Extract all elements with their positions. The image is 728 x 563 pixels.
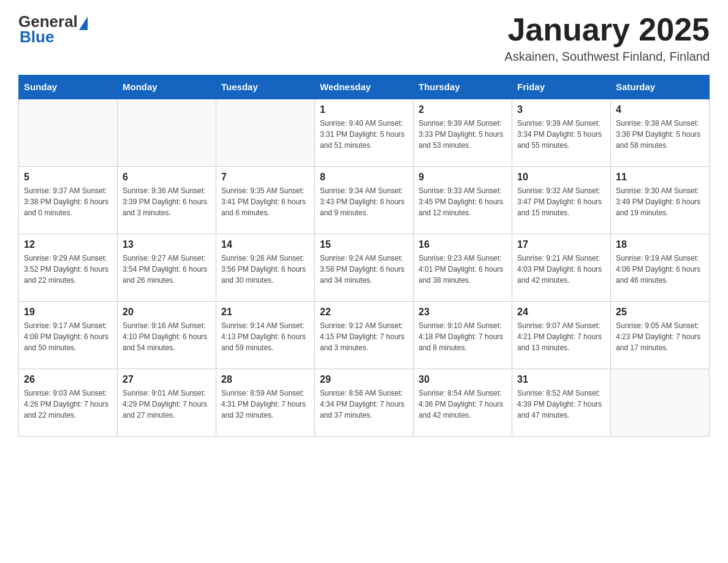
day-info: Sunrise: 9:40 AM Sunset: 3:31 PM Dayligh… xyxy=(320,118,408,151)
calendar-cell: 16Sunrise: 9:23 AM Sunset: 4:01 PM Dayli… xyxy=(414,234,512,301)
calendar-cell: 30Sunrise: 8:54 AM Sunset: 4:36 PM Dayli… xyxy=(414,369,512,436)
col-thursday: Thursday xyxy=(414,75,512,99)
calendar-cell: 26Sunrise: 9:03 AM Sunset: 4:26 PM Dayli… xyxy=(19,369,118,436)
day-info: Sunrise: 9:05 AM Sunset: 4:23 PM Dayligh… xyxy=(616,320,704,353)
day-info: Sunrise: 9:14 AM Sunset: 4:13 PM Dayligh… xyxy=(221,320,309,353)
calendar-cell: 7Sunrise: 9:35 AM Sunset: 3:41 PM Daylig… xyxy=(216,166,315,234)
day-info: Sunrise: 9:27 AM Sunset: 3:54 PM Dayligh… xyxy=(123,253,211,286)
day-info: Sunrise: 9:17 AM Sunset: 4:08 PM Dayligh… xyxy=(24,320,112,353)
calendar-cell: 3Sunrise: 9:39 AM Sunset: 3:34 PM Daylig… xyxy=(512,99,611,166)
day-info: Sunrise: 9:21 AM Sunset: 4:03 PM Dayligh… xyxy=(517,253,605,286)
col-friday: Friday xyxy=(512,75,611,99)
calendar-cell: 15Sunrise: 9:24 AM Sunset: 3:58 PM Dayli… xyxy=(315,234,414,301)
calendar-header: Sunday Monday Tuesday Wednesday Thursday… xyxy=(19,75,710,99)
logo-triangle-icon xyxy=(79,17,88,30)
day-info: Sunrise: 9:39 AM Sunset: 3:34 PM Dayligh… xyxy=(517,118,605,151)
day-number: 14 xyxy=(221,239,309,250)
day-number: 18 xyxy=(616,239,704,250)
calendar-cell: 28Sunrise: 8:59 AM Sunset: 4:31 PM Dayli… xyxy=(216,369,315,436)
page-header: General Blue January 2025 Askainen, Sout… xyxy=(18,12,710,64)
calendar-week-4: 19Sunrise: 9:17 AM Sunset: 4:08 PM Dayli… xyxy=(19,301,710,369)
day-number: 28 xyxy=(221,374,309,385)
col-monday: Monday xyxy=(118,75,216,99)
day-number: 8 xyxy=(320,172,408,183)
day-number: 17 xyxy=(517,239,605,250)
day-number: 4 xyxy=(616,104,704,115)
calendar-cell: 31Sunrise: 8:52 AM Sunset: 4:39 PM Dayli… xyxy=(512,369,611,436)
calendar-table: Sunday Monday Tuesday Wednesday Thursday… xyxy=(18,75,710,437)
calendar-cell: 24Sunrise: 9:07 AM Sunset: 4:21 PM Dayli… xyxy=(512,301,611,369)
day-info: Sunrise: 9:01 AM Sunset: 4:29 PM Dayligh… xyxy=(123,388,211,421)
day-number: 21 xyxy=(221,307,309,318)
calendar-cell xyxy=(216,99,315,166)
day-info: Sunrise: 9:34 AM Sunset: 3:43 PM Dayligh… xyxy=(320,185,408,218)
day-number: 12 xyxy=(24,239,112,250)
day-number: 20 xyxy=(123,307,211,318)
calendar-cell: 11Sunrise: 9:30 AM Sunset: 3:49 PM Dayli… xyxy=(611,166,710,234)
day-number: 13 xyxy=(123,239,211,250)
calendar-cell xyxy=(611,369,710,436)
day-number: 10 xyxy=(517,172,605,183)
day-number: 26 xyxy=(24,374,112,385)
calendar-week-2: 5Sunrise: 9:37 AM Sunset: 3:38 PM Daylig… xyxy=(19,166,710,234)
day-info: Sunrise: 9:19 AM Sunset: 4:06 PM Dayligh… xyxy=(616,253,704,286)
calendar-cell: 17Sunrise: 9:21 AM Sunset: 4:03 PM Dayli… xyxy=(512,234,611,301)
day-number: 23 xyxy=(419,307,507,318)
col-saturday: Saturday xyxy=(611,75,710,99)
calendar-cell: 2Sunrise: 9:39 AM Sunset: 3:33 PM Daylig… xyxy=(414,99,512,166)
day-number: 31 xyxy=(517,374,605,385)
page-title: January 2025 xyxy=(504,12,710,47)
calendar-cell: 14Sunrise: 9:26 AM Sunset: 3:56 PM Dayli… xyxy=(216,234,315,301)
day-number: 29 xyxy=(320,374,408,385)
day-info: Sunrise: 8:56 AM Sunset: 4:34 PM Dayligh… xyxy=(320,388,408,421)
day-number: 6 xyxy=(123,172,211,183)
logo-blue-text: Blue xyxy=(20,28,54,47)
day-info: Sunrise: 9:33 AM Sunset: 3:45 PM Dayligh… xyxy=(419,185,507,218)
day-info: Sunrise: 9:23 AM Sunset: 4:01 PM Dayligh… xyxy=(419,253,507,286)
day-info: Sunrise: 8:52 AM Sunset: 4:39 PM Dayligh… xyxy=(517,388,605,421)
day-info: Sunrise: 9:35 AM Sunset: 3:41 PM Dayligh… xyxy=(221,185,309,218)
day-number: 3 xyxy=(517,104,605,115)
calendar-week-5: 26Sunrise: 9:03 AM Sunset: 4:26 PM Dayli… xyxy=(19,369,710,436)
day-info: Sunrise: 9:07 AM Sunset: 4:21 PM Dayligh… xyxy=(517,320,605,353)
day-info: Sunrise: 9:38 AM Sunset: 3:36 PM Dayligh… xyxy=(616,118,704,151)
day-info: Sunrise: 9:10 AM Sunset: 4:18 PM Dayligh… xyxy=(419,320,507,353)
calendar-cell: 25Sunrise: 9:05 AM Sunset: 4:23 PM Dayli… xyxy=(611,301,710,369)
col-sunday: Sunday xyxy=(19,75,118,99)
calendar-cell: 9Sunrise: 9:33 AM Sunset: 3:45 PM Daylig… xyxy=(414,166,512,234)
calendar-cell: 13Sunrise: 9:27 AM Sunset: 3:54 PM Dayli… xyxy=(118,234,216,301)
calendar-cell: 18Sunrise: 9:19 AM Sunset: 4:06 PM Dayli… xyxy=(611,234,710,301)
day-number: 5 xyxy=(24,172,112,183)
calendar-cell: 1Sunrise: 9:40 AM Sunset: 3:31 PM Daylig… xyxy=(315,99,414,166)
day-info: Sunrise: 9:30 AM Sunset: 3:49 PM Dayligh… xyxy=(616,185,704,218)
calendar-cell: 22Sunrise: 9:12 AM Sunset: 4:15 PM Dayli… xyxy=(315,301,414,369)
day-info: Sunrise: 9:39 AM Sunset: 3:33 PM Dayligh… xyxy=(419,118,507,151)
day-number: 15 xyxy=(320,239,408,250)
day-info: Sunrise: 9:26 AM Sunset: 3:56 PM Dayligh… xyxy=(221,253,309,286)
calendar-cell: 29Sunrise: 8:56 AM Sunset: 4:34 PM Dayli… xyxy=(315,369,414,436)
calendar-cell: 23Sunrise: 9:10 AM Sunset: 4:18 PM Dayli… xyxy=(414,301,512,369)
day-number: 1 xyxy=(320,104,408,115)
day-info: Sunrise: 9:24 AM Sunset: 3:58 PM Dayligh… xyxy=(320,253,408,286)
day-info: Sunrise: 8:54 AM Sunset: 4:36 PM Dayligh… xyxy=(419,388,507,421)
day-info: Sunrise: 9:16 AM Sunset: 4:10 PM Dayligh… xyxy=(123,320,211,353)
calendar-cell: 8Sunrise: 9:34 AM Sunset: 3:43 PM Daylig… xyxy=(315,166,414,234)
calendar-cell: 20Sunrise: 9:16 AM Sunset: 4:10 PM Dayli… xyxy=(118,301,216,369)
day-info: Sunrise: 9:32 AM Sunset: 3:47 PM Dayligh… xyxy=(517,185,605,218)
calendar-cell xyxy=(118,99,216,166)
day-info: Sunrise: 9:36 AM Sunset: 3:39 PM Dayligh… xyxy=(123,185,211,218)
calendar-cell: 4Sunrise: 9:38 AM Sunset: 3:36 PM Daylig… xyxy=(611,99,710,166)
calendar-body: 1Sunrise: 9:40 AM Sunset: 3:31 PM Daylig… xyxy=(19,99,710,436)
calendar-cell: 12Sunrise: 9:29 AM Sunset: 3:52 PM Dayli… xyxy=(19,234,118,301)
day-number: 25 xyxy=(616,307,704,318)
day-number: 7 xyxy=(221,172,309,183)
day-info: Sunrise: 9:12 AM Sunset: 4:15 PM Dayligh… xyxy=(320,320,408,353)
calendar-cell: 10Sunrise: 9:32 AM Sunset: 3:47 PM Dayli… xyxy=(512,166,611,234)
day-info: Sunrise: 9:29 AM Sunset: 3:52 PM Dayligh… xyxy=(24,253,112,286)
day-number: 27 xyxy=(123,374,211,385)
calendar-cell: 5Sunrise: 9:37 AM Sunset: 3:38 PM Daylig… xyxy=(19,166,118,234)
day-number: 2 xyxy=(419,104,507,115)
day-info: Sunrise: 8:59 AM Sunset: 4:31 PM Dayligh… xyxy=(221,388,309,421)
day-info: Sunrise: 9:37 AM Sunset: 3:38 PM Dayligh… xyxy=(24,185,112,218)
calendar-cell: 21Sunrise: 9:14 AM Sunset: 4:13 PM Dayli… xyxy=(216,301,315,369)
